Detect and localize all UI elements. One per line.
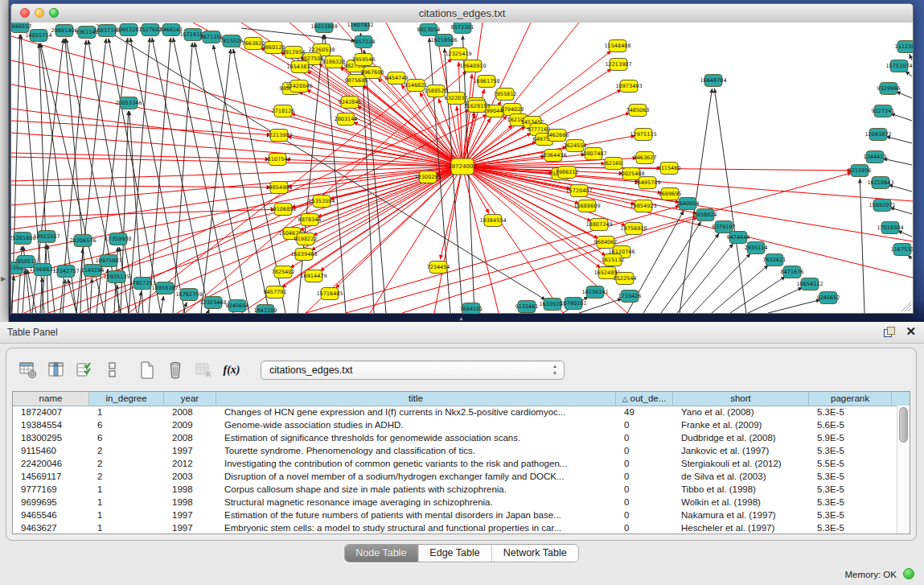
panel-collapse-arrow-icon[interactable]: ▶: [1, 275, 6, 282]
graph-node[interactable]: 14136141: [581, 286, 608, 299]
graph-node[interactable]: 12342757: [52, 266, 79, 278]
graph-node[interactable]: 16039468: [290, 249, 317, 261]
table-row[interactable]: 946554611997Estimation of the future num…: [13, 509, 910, 522]
graph-node[interactable]: 16210643: [867, 177, 893, 189]
graph-node[interactable]: 2718126: [272, 105, 295, 117]
graph-node[interactable]: 15716485: [316, 288, 343, 300]
tab-edge-table[interactable]: Edge Table: [418, 545, 491, 562]
graph-node[interactable]: 16782759: [175, 289, 202, 301]
column-header-in_degree[interactable]: in_degree: [89, 392, 164, 406]
tab-node-table[interactable]: Node Table: [344, 545, 418, 562]
graph-node[interactable]: 9245652: [817, 292, 840, 304]
graph-node[interactable]: 10807487: [580, 148, 606, 160]
graph-node[interactable]: 19854923: [630, 200, 656, 212]
table-row[interactable]: 2242004622012Investigating the contribut…: [13, 458, 910, 471]
graph-node[interactable]: 15353594: [308, 196, 335, 208]
table-row[interactable]: 1456911722003Disruption of a novel membe…: [13, 471, 910, 484]
row-height-icon[interactable]: [102, 360, 123, 381]
graph-node[interactable]: 7857224: [352, 36, 376, 48]
table-row[interactable]: 1938455462009Genome-wide association stu…: [13, 419, 910, 432]
column-header-title[interactable]: title: [216, 392, 616, 406]
graph-node[interactable]: 16033809: [310, 23, 337, 33]
window-resize-grip[interactable]: [905, 305, 911, 311]
column-visibility-icon[interactable]: [74, 360, 95, 381]
table-row[interactable]: 1872400712008Changes of HCN gene express…: [13, 406, 910, 419]
graph-node[interactable]: 16648784: [700, 75, 726, 87]
graph-node[interactable]: 62160: [605, 158, 622, 170]
select-columns-icon[interactable]: [46, 360, 67, 381]
table-row[interactable]: 911546021997Tourette syndrome. Phenomeno…: [13, 445, 910, 458]
panel-divider-handle[interactable]: ▲: [458, 315, 464, 321]
column-header-out_degree[interactable]: △out_de...: [616, 392, 673, 406]
graph-node[interactable]: 7615526: [220, 35, 244, 47]
graph-node[interactable]: 11548408: [604, 40, 630, 52]
graph-node[interactable]: 1112301: [895, 41, 913, 53]
graph-node[interactable]: 9245654: [226, 300, 249, 312]
close-panel-icon[interactable]: ✕: [906, 324, 916, 339]
column-header-pagerank[interactable]: pagerank: [809, 392, 892, 406]
graph-node[interactable]: 8215956: [848, 165, 872, 177]
graph-node[interactable]: 14055714: [25, 30, 51, 42]
table-row[interactable]: 1830029562008Estimation of significance …: [13, 432, 910, 445]
table-row[interactable]: 977716911998Corpus callosum shape and si…: [13, 484, 910, 496]
graph-node[interactable]: 8813054: [417, 24, 441, 36]
graph-node[interactable]: 20206576: [69, 235, 96, 247]
graph-node[interactable]: 1733426: [618, 290, 642, 303]
graph-node[interactable]: 9474444: [727, 232, 750, 244]
table-row[interactable]: 946362711997Embryonic stem cells: a mode…: [13, 522, 910, 534]
graph-node[interactable]: 9242845: [339, 97, 362, 109]
graph-node[interactable]: 15692071: [869, 200, 895, 212]
graph-node[interactable]: 15751074: [885, 60, 912, 72]
tab-network-table[interactable]: Network Table: [492, 545, 578, 562]
graph-node[interactable]: 18107544: [264, 154, 290, 166]
graph-node[interactable]: 1959546: [352, 54, 376, 66]
graph-node[interactable]: 10790101: [560, 298, 586, 310]
graph-node[interactable]: 16961758: [473, 76, 499, 88]
graph-node[interactable]: 12975115: [630, 129, 656, 141]
graph-node[interactable]: 7485063: [626, 105, 650, 117]
graph-node[interactable]: 7825402: [272, 266, 295, 278]
graph-node[interactable]: 2803144: [335, 113, 358, 126]
graph-node[interactable]: 8938924: [694, 209, 717, 221]
scrollbar-thumb[interactable]: [899, 407, 908, 443]
network-window[interactable]: citations_edges.txt 18724007169655714055…: [10, 3, 914, 314]
graph-node[interactable]: 1167533: [891, 244, 913, 256]
network-window-titlebar[interactable]: citations_edges.txt: [11, 4, 913, 23]
graph-node[interactable]: 12323448: [199, 297, 226, 309]
table-row[interactable]: 969969511998Structural magnetic resonanc…: [13, 496, 910, 509]
graph-node[interactable]: 8878344: [298, 214, 322, 226]
graph-node[interactable]: 10688609: [573, 200, 600, 212]
table-settings-icon[interactable]: [18, 360, 39, 381]
graph-node[interactable]: 9875685: [345, 75, 368, 87]
graph-node[interactable]: 8471676: [781, 266, 804, 278]
graph-node[interactable]: 18724007: [448, 159, 477, 175]
window-resize-grip[interactable]: [908, 308, 911, 311]
graph-node[interactable]: 19106852: [269, 204, 296, 216]
graph-node[interactable]: 9227341: [872, 105, 895, 117]
graph-node[interactable]: 2935114: [745, 242, 768, 254]
graph-node[interactable]: 7632621: [763, 254, 786, 266]
network-canvas[interactable]: 1872400716965571405571420891406936134118…: [11, 23, 913, 313]
graph-node[interactable]: 12325419: [445, 48, 471, 60]
left-panel-edge[interactable]: ▶: [0, 0, 9, 322]
delete-rows-icon[interactable]: [165, 360, 186, 381]
graph-node[interactable]: 12093872: [864, 129, 891, 141]
graph-node[interactable]: 20891406: [51, 25, 77, 37]
graph-node[interactable]: 12213987: [605, 59, 631, 71]
graph-node[interactable]: 1244413: [864, 151, 887, 163]
graph-node[interactable]: 1527602: [139, 24, 162, 36]
graph-node[interactable]: 9115460: [658, 163, 681, 175]
graph-node[interactable]: 7462666: [546, 130, 569, 142]
create-table-icon[interactable]: [137, 360, 158, 381]
graph-node[interactable]: 7694101: [460, 303, 483, 314]
graph-node[interactable]: 7986312: [556, 167, 579, 179]
graph-node[interactable]: 9198222: [294, 233, 318, 245]
graph-node[interactable]: 1640954: [676, 198, 700, 210]
graph-node[interactable]: 9135461: [515, 301, 539, 313]
float-panel-icon[interactable]: [884, 327, 895, 337]
function-builder-icon[interactable]: f(x): [221, 360, 242, 381]
graph-node[interactable]: 8186328: [322, 56, 346, 68]
graph-node[interactable]: 8572301: [451, 23, 474, 34]
graph-node[interactable]: 25201650: [11, 233, 36, 245]
graph-node[interactable]: 7955812: [494, 89, 517, 101]
